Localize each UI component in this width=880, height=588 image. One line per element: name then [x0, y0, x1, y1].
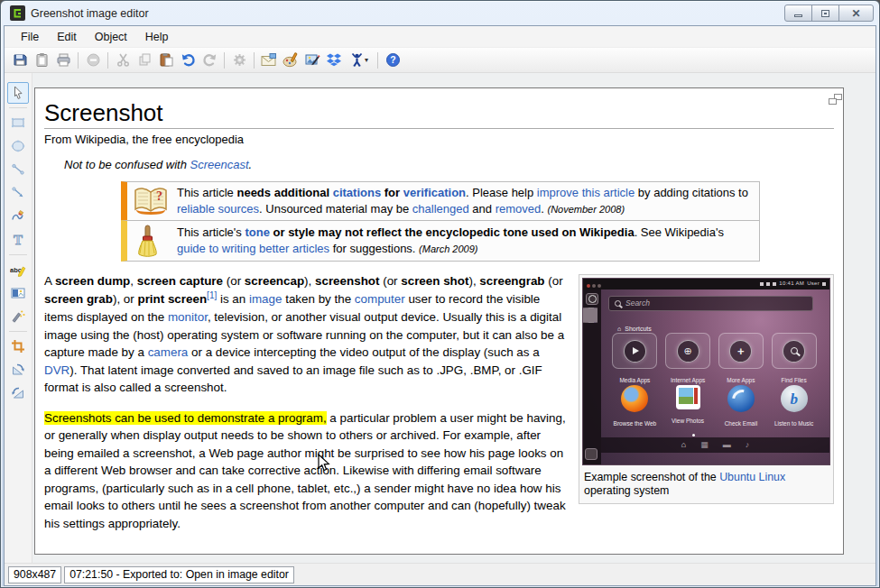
search-icon	[615, 300, 621, 307]
ubuntu-search-bar: Search	[608, 296, 813, 311]
thumbnail-caption: Example screenshot of the Ubuntu Linux o…	[582, 465, 830, 501]
media-apps-icon	[633, 347, 639, 354]
copy-to-clipboard-button[interactable]	[31, 50, 52, 71]
redo-button-disabled[interactable]	[199, 50, 220, 71]
toolbar-separator	[377, 52, 378, 69]
ubuntu-search-placeholder: Search	[625, 295, 650, 313]
wiki-subtitle: From Wikipedia, the free encyclopedia	[44, 133, 834, 146]
cursor-tool[interactable]	[7, 82, 29, 104]
chevron-down-icon: ▾	[365, 56, 368, 64]
notice-tone: This article's tone or style may not ref…	[121, 220, 760, 262]
mail-indicator-icon	[760, 282, 764, 286]
ubuntu-window-dots	[587, 278, 603, 293]
dropbox-button[interactable]	[323, 50, 345, 71]
close-button[interactable]: ✕	[838, 5, 874, 22]
rectangle-tool[interactable]	[7, 112, 29, 133]
obfuscate-tool[interactable]	[7, 282, 29, 304]
line-tool[interactable]	[7, 159, 29, 180]
trash-icon	[585, 448, 597, 460]
ubuntu-user-label: User	[807, 278, 820, 293]
delete-button-disabled[interactable]	[82, 50, 104, 71]
svg-text:?: ?	[156, 189, 162, 203]
duplicate-button-disabled[interactable]	[134, 50, 155, 71]
notice-citations: ? This article needs additional citation…	[121, 181, 760, 221]
network-indicator-icon	[766, 282, 770, 286]
ubuntu-dash-icon	[586, 293, 598, 305]
ellipse-tool[interactable]	[7, 135, 29, 157]
rotate-cw-tool[interactable]	[7, 382, 29, 404]
cut-button-disabled[interactable]	[112, 50, 134, 71]
ubuntu-top-panel: 10:41 AM User	[583, 279, 829, 289]
ubuntu-clock: 10:41 AM	[779, 278, 804, 293]
ubuntu-status-indicators: 10:41 AM User	[760, 278, 826, 293]
restore-button[interactable]	[811, 5, 839, 22]
settings-button-disabled[interactable]	[228, 50, 250, 71]
article-body: 10:41 AM User	[44, 272, 834, 532]
text-tool[interactable]: T	[7, 229, 29, 251]
greenshot-logo-icon	[10, 5, 25, 21]
ubuntu-app-row-2: Browse the Web View Photos Check Email b…	[608, 385, 820, 433]
ubuntu-screenshot-image: 10:41 AM User	[582, 278, 830, 465]
notice-tone-text: This article's tone or style may not ref…	[177, 225, 752, 257]
status-bar: 908x487 07:21:50 - Exported to: Open in …	[5, 563, 875, 585]
firefox-icon	[621, 385, 648, 412]
upload-person-button[interactable]: ▾	[345, 50, 374, 71]
highlight-tool[interactable]: abc	[7, 259, 29, 280]
ubuntu-app-row-1: Media Apps ⊕Internet Apps +More Apps Fin…	[608, 333, 820, 390]
svg-text:?: ?	[390, 54, 395, 65]
minimize-button[interactable]	[784, 5, 812, 22]
toolbar-separator	[107, 52, 108, 69]
menu-file[interactable]: File	[12, 27, 48, 47]
volume-indicator-icon	[773, 282, 776, 286]
rotate-ccw-tool[interactable]	[7, 359, 29, 381]
svg-text:T: T	[14, 233, 23, 247]
captured-image-canvas[interactable]: Screenshot From Wikipedia, the free ency…	[34, 87, 844, 555]
toolbar-separator	[224, 52, 225, 69]
paste-button[interactable]	[155, 50, 177, 71]
editor-canvas: Screenshot From Wikipedia, the free ency…	[32, 73, 875, 563]
close-icon: ✕	[851, 8, 860, 19]
toolbar-separator	[78, 52, 79, 69]
image-dimensions-status: 908x487	[8, 566, 61, 583]
help-button[interactable]: ?	[382, 50, 403, 71]
open-in-paint-button[interactable]	[280, 50, 301, 71]
page-title: Screenshot	[44, 99, 834, 129]
files-lens-icon: ▬	[723, 441, 731, 449]
effects-tool[interactable]	[7, 306, 29, 327]
banshee-icon: b	[781, 385, 808, 412]
session-gear-icon	[822, 282, 826, 286]
open-in-editor-button[interactable]	[301, 50, 323, 71]
thunderbird-icon	[727, 385, 755, 412]
tool-separator	[9, 331, 27, 332]
home-lens-icon: ⌂	[681, 441, 686, 449]
magnify-enlarge-icon[interactable]	[829, 94, 842, 105]
more-apps-icon: +	[737, 345, 745, 357]
tool-separator	[9, 107, 27, 108]
find-files-icon	[791, 347, 798, 354]
freehand-tool[interactable]	[7, 206, 29, 227]
ubuntu-launcher	[583, 289, 601, 464]
save-button[interactable]	[9, 50, 31, 71]
music-lens-icon: ♪	[746, 441, 750, 449]
menu-object[interactable]: Object	[86, 27, 136, 47]
mouse-cursor	[318, 454, 331, 473]
email-button[interactable]	[258, 50, 280, 71]
drawing-tool-sidebar: T abc	[5, 73, 32, 563]
toolbar-separator	[254, 52, 255, 69]
arrow-tool[interactable]	[7, 182, 29, 204]
tool-separator	[9, 254, 27, 255]
hatnote: Not to be confused with Screencast.	[64, 158, 834, 171]
main-toolbar: ▾ ?	[5, 48, 875, 73]
menu-bar: File Edit Object Help	[5, 26, 875, 48]
apps-lens-icon: ▦	[700, 441, 709, 449]
photos-icon	[676, 385, 700, 409]
restore-icon	[821, 10, 829, 17]
crop-tool[interactable]	[7, 335, 29, 357]
greenshot-window: Greenshot image editor ✕ File Edit Objec…	[0, 0, 880, 588]
notice-citations-text: This article needs additional citations …	[177, 185, 752, 217]
menu-edit[interactable]: Edit	[48, 27, 86, 47]
print-button[interactable]	[52, 50, 74, 71]
menu-help[interactable]: Help	[136, 27, 178, 47]
undo-button[interactable]	[177, 50, 199, 71]
book-question-icon: ?	[132, 185, 177, 217]
